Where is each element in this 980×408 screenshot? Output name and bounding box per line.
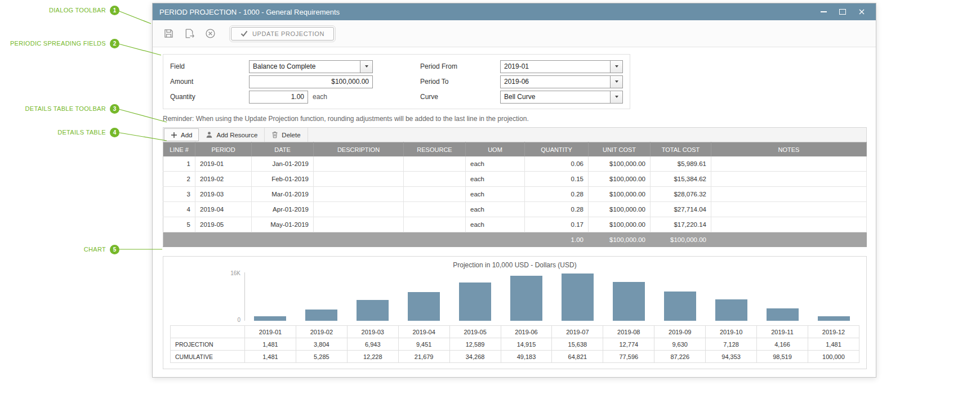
footer-cell xyxy=(252,232,314,247)
minimize-button[interactable] xyxy=(819,8,827,16)
table-cell[interactable]: each xyxy=(466,172,525,187)
table-cell[interactable]: Apr-01-2019 xyxy=(252,202,314,217)
table-cell[interactable]: Jan-01-2019 xyxy=(252,156,314,172)
details-table-toolbar: Add Add Resource Delete xyxy=(163,127,867,142)
table-cell[interactable] xyxy=(711,202,867,217)
table-cell[interactable] xyxy=(314,156,404,172)
table-cell[interactable]: 2 xyxy=(163,172,195,187)
details-table: LINE #PERIODDATEDESCRIPTIONRESOURCEUOMQU… xyxy=(163,142,867,247)
table-cell[interactable]: 0.15 xyxy=(525,172,589,187)
chart-plot: 16K 0 xyxy=(244,272,859,321)
dropdown-arrow-button[interactable] xyxy=(610,76,622,88)
table-row[interactable]: 32019-03Mar-01-2019each0.28$100,000.00$2… xyxy=(163,187,867,202)
table-cell[interactable]: $17,220.14 xyxy=(651,217,711,232)
add-resource-button[interactable]: Add Resource xyxy=(199,128,265,142)
quantity-input[interactable] xyxy=(249,91,308,104)
table-cell[interactable] xyxy=(404,202,466,217)
save-and-close-button[interactable] xyxy=(182,26,197,41)
table-cell[interactable]: 2019-03 xyxy=(195,187,252,202)
table-cell[interactable]: $100,000.00 xyxy=(589,156,651,172)
table-row[interactable]: 22019-02Feb-01-2019each0.15$100,000.00$1… xyxy=(163,172,867,187)
table-cell[interactable]: 0.06 xyxy=(525,156,589,172)
update-projection-button[interactable]: UPDATE PROJECTION xyxy=(231,27,334,41)
dropdown-arrow-button[interactable] xyxy=(610,61,622,73)
add-button[interactable]: Add xyxy=(164,128,199,141)
chart-bar-column xyxy=(347,272,398,321)
dropdown-arrow-button[interactable] xyxy=(610,91,622,103)
table-cell[interactable]: $28,076.32 xyxy=(651,187,711,202)
amount-label: Amount xyxy=(170,78,249,86)
table-cell[interactable]: $100,000.00 xyxy=(589,187,651,202)
table-cell[interactable] xyxy=(404,187,466,202)
chart-value-cell: 4,166 xyxy=(757,338,808,351)
table-cell[interactable] xyxy=(711,156,867,172)
column-header: DESCRIPTION xyxy=(314,142,404,157)
table-cell[interactable]: 2019-01 xyxy=(195,156,252,172)
table-cell[interactable]: Mar-01-2019 xyxy=(252,187,314,202)
period-to-dropdown[interactable]: 2019-06 xyxy=(500,75,623,88)
chevron-down-icon xyxy=(615,65,618,68)
table-cell[interactable]: 0.28 xyxy=(525,202,589,217)
chart-bar xyxy=(767,308,798,321)
table-cell[interactable] xyxy=(314,202,404,217)
table-cell[interactable]: each xyxy=(466,202,525,217)
table-cell[interactable] xyxy=(314,172,404,187)
period-to-label: Period To xyxy=(420,78,500,86)
table-row[interactable]: 12019-01Jan-01-2019each0.06$100,000.00$5… xyxy=(163,156,867,172)
minimize-icon xyxy=(821,11,827,12)
table-cell[interactable]: 1 xyxy=(163,156,195,172)
chart-bar xyxy=(818,316,849,321)
table-cell[interactable] xyxy=(404,172,466,187)
close-button[interactable] xyxy=(858,8,866,16)
amount-input[interactable] xyxy=(249,75,373,88)
table-cell[interactable]: $27,714.04 xyxy=(651,202,711,217)
table-cell[interactable]: each xyxy=(466,187,525,202)
maximize-button[interactable] xyxy=(839,8,847,16)
table-cell[interactable]: $5,989.61 xyxy=(651,156,711,172)
table-row[interactable]: 52019-05May-01-2019each0.17$100,000.00$1… xyxy=(163,217,867,232)
table-cell[interactable]: $100,000.00 xyxy=(589,172,651,187)
table-row[interactable]: 42019-04Apr-01-2019each0.28$100,000.00$2… xyxy=(163,202,867,217)
table-cell[interactable]: $15,384.62 xyxy=(651,172,711,187)
chart-value-cell: 12,589 xyxy=(449,338,501,351)
dropdown-arrow-button[interactable] xyxy=(360,61,372,73)
person-icon xyxy=(206,131,213,138)
table-cell[interactable] xyxy=(711,187,867,202)
period-from-dropdown[interactable]: 2019-01 xyxy=(500,60,623,73)
table-cell[interactable]: May-01-2019 xyxy=(252,217,314,232)
period-from-label: Period From xyxy=(420,62,500,70)
table-cell[interactable] xyxy=(711,217,867,232)
table-cell[interactable]: $100,000.00 xyxy=(589,217,651,232)
cancel-button[interactable] xyxy=(203,26,217,41)
chart-bar-column xyxy=(552,272,603,321)
table-cell[interactable] xyxy=(314,187,404,202)
table-cell[interactable]: 2019-02 xyxy=(195,172,252,187)
table-cell[interactable]: 5 xyxy=(163,217,195,232)
field-label: Field xyxy=(170,62,249,70)
chart-value-cell: 98,519 xyxy=(757,351,808,363)
chart-value-cell: 7,128 xyxy=(706,338,757,351)
table-cell[interactable]: 2019-05 xyxy=(195,217,252,232)
table-cell[interactable] xyxy=(404,156,466,172)
table-cell[interactable]: 4 xyxy=(163,202,195,217)
table-cell[interactable]: each xyxy=(466,217,525,232)
callout-line xyxy=(117,10,151,24)
table-cell[interactable]: 0.17 xyxy=(525,217,589,232)
chart-bar xyxy=(510,276,542,321)
chart-month-cell: 2019-12 xyxy=(808,326,859,338)
table-cell[interactable] xyxy=(711,172,867,187)
table-cell[interactable] xyxy=(314,217,404,232)
column-header: UNIT COST xyxy=(589,142,651,157)
curve-dropdown[interactable]: Bell Curve xyxy=(500,91,623,104)
field-dropdown[interactable]: Balance to Complete xyxy=(249,60,373,73)
table-cell[interactable]: 0.28 xyxy=(525,187,589,202)
table-cell[interactable]: $100,000.00 xyxy=(589,202,651,217)
table-cell[interactable]: each xyxy=(466,156,525,172)
chart-bar-column xyxy=(603,272,654,321)
table-cell[interactable]: Feb-01-2019 xyxy=(252,172,314,187)
table-cell[interactable]: 3 xyxy=(163,187,195,202)
table-cell[interactable] xyxy=(404,217,466,232)
save-button[interactable] xyxy=(162,26,176,41)
delete-button[interactable]: Delete xyxy=(265,128,308,142)
table-cell[interactable]: 2019-04 xyxy=(195,202,252,217)
